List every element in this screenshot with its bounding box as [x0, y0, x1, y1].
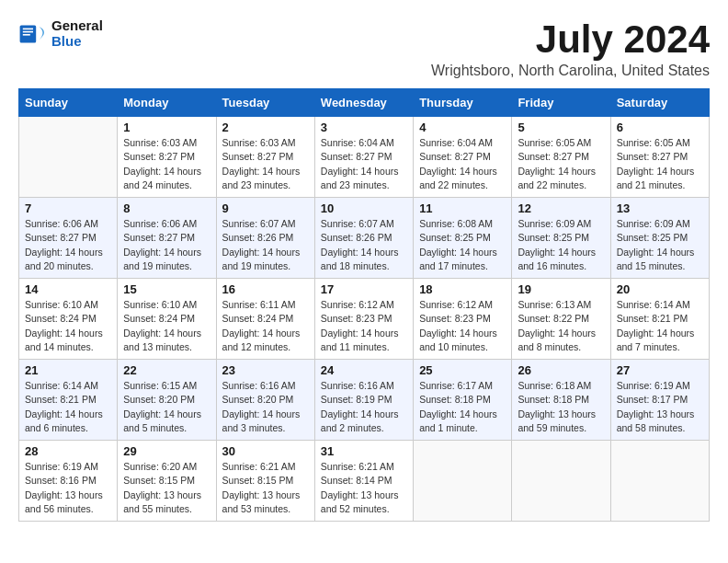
day-info: Sunrise: 6:14 AMSunset: 8:21 PMDaylight:… [617, 298, 703, 354]
calendar-day-cell: 20Sunrise: 6:14 AMSunset: 8:21 PMDayligh… [610, 279, 709, 360]
day-info: Sunrise: 6:10 AMSunset: 8:24 PMDaylight:… [123, 298, 210, 354]
day-info: Sunrise: 6:09 AMSunset: 8:25 PMDaylight:… [518, 217, 604, 273]
day-number: 23 [222, 363, 309, 377]
day-number: 21 [25, 363, 111, 377]
calendar-day-cell: 29Sunrise: 6:20 AMSunset: 8:15 PMDayligh… [118, 441, 216, 522]
calendar-day-cell: 3Sunrise: 6:04 AMSunset: 8:27 PMDaylight… [314, 117, 413, 198]
calendar-day-cell: 15Sunrise: 6:10 AMSunset: 8:24 PMDayligh… [118, 279, 216, 360]
calendar-day-cell: 16Sunrise: 6:11 AMSunset: 8:24 PMDayligh… [216, 279, 314, 360]
day-number: 26 [518, 363, 604, 377]
day-info: Sunrise: 6:03 AMSunset: 8:27 PMDaylight:… [222, 136, 309, 192]
svg-rect-3 [23, 34, 30, 36]
calendar-day-cell: 6Sunrise: 6:05 AMSunset: 8:27 PMDaylight… [610, 117, 709, 198]
day-info: Sunrise: 6:06 AMSunset: 8:27 PMDaylight:… [123, 217, 210, 273]
day-info: Sunrise: 6:06 AMSunset: 8:27 PMDaylight:… [25, 217, 111, 273]
location-title: Wrightsboro, North Carolina, United Stat… [431, 63, 710, 79]
calendar-header-tuesday: Tuesday [216, 89, 314, 117]
day-number: 15 [123, 282, 210, 296]
day-number: 6 [617, 121, 703, 134]
logo-text-line2: Blue [51, 34, 103, 50]
calendar-week-row: 21Sunrise: 6:14 AMSunset: 8:21 PMDayligh… [19, 360, 710, 441]
calendar-day-cell: 19Sunrise: 6:13 AMSunset: 8:22 PMDayligh… [512, 279, 610, 360]
day-number: 13 [617, 201, 703, 215]
day-number: 4 [419, 121, 506, 134]
day-number: 14 [25, 282, 111, 296]
day-number: 7 [25, 201, 111, 215]
day-info: Sunrise: 6:21 AMSunset: 8:14 PMDaylight:… [321, 460, 407, 516]
day-info: Sunrise: 6:15 AMSunset: 8:20 PMDaylight:… [123, 379, 210, 435]
calendar-day-cell: 22Sunrise: 6:15 AMSunset: 8:20 PMDayligh… [118, 360, 216, 441]
calendar-day-cell: 7Sunrise: 6:06 AMSunset: 8:27 PMDaylight… [19, 198, 118, 279]
calendar-day-cell: 11Sunrise: 6:08 AMSunset: 8:25 PMDayligh… [414, 198, 512, 279]
day-info: Sunrise: 6:19 AMSunset: 8:17 PMDaylight:… [617, 379, 703, 435]
day-info: Sunrise: 6:14 AMSunset: 8:21 PMDaylight:… [25, 379, 111, 435]
day-info: Sunrise: 6:04 AMSunset: 8:27 PMDaylight:… [321, 136, 407, 192]
day-info: Sunrise: 6:17 AMSunset: 8:18 PMDaylight:… [419, 379, 506, 435]
calendar-day-cell: 10Sunrise: 6:07 AMSunset: 8:26 PMDayligh… [314, 198, 413, 279]
day-number: 19 [518, 282, 604, 296]
day-info: Sunrise: 6:04 AMSunset: 8:27 PMDaylight:… [419, 136, 506, 192]
calendar-day-cell: 28Sunrise: 6:19 AMSunset: 8:16 PMDayligh… [19, 441, 118, 522]
day-number: 25 [419, 363, 506, 377]
day-number: 9 [222, 201, 309, 215]
day-number: 20 [617, 282, 703, 296]
calendar-day-cell [414, 441, 512, 522]
day-info: Sunrise: 6:08 AMSunset: 8:25 PMDaylight:… [419, 217, 506, 273]
day-number: 17 [321, 282, 407, 296]
calendar-header-sunday: Sunday [19, 89, 118, 117]
calendar-day-cell: 2Sunrise: 6:03 AMSunset: 8:27 PMDaylight… [216, 117, 314, 198]
day-info: Sunrise: 6:03 AMSunset: 8:27 PMDaylight:… [123, 136, 210, 192]
month-title: July 2024 [431, 18, 710, 61]
day-number: 30 [222, 444, 309, 458]
calendar-day-cell: 9Sunrise: 6:07 AMSunset: 8:26 PMDaylight… [216, 198, 314, 279]
calendar-day-cell: 5Sunrise: 6:05 AMSunset: 8:27 PMDaylight… [512, 117, 610, 198]
day-number: 2 [222, 121, 309, 134]
calendar-day-cell: 27Sunrise: 6:19 AMSunset: 8:17 PMDayligh… [610, 360, 709, 441]
day-info: Sunrise: 6:10 AMSunset: 8:24 PMDaylight:… [25, 298, 111, 354]
calendar-day-cell [610, 441, 709, 522]
calendar-day-cell [19, 117, 118, 198]
calendar-table: SundayMondayTuesdayWednesdayThursdayFrid… [18, 88, 710, 522]
calendar-week-row: 7Sunrise: 6:06 AMSunset: 8:27 PMDaylight… [19, 198, 710, 279]
day-number: 16 [222, 282, 309, 296]
calendar-day-cell: 30Sunrise: 6:21 AMSunset: 8:15 PMDayligh… [216, 441, 314, 522]
calendar-day-cell: 4Sunrise: 6:04 AMSunset: 8:27 PMDaylight… [414, 117, 512, 198]
calendar-week-row: 1Sunrise: 6:03 AMSunset: 8:27 PMDaylight… [19, 117, 710, 198]
calendar-day-cell: 21Sunrise: 6:14 AMSunset: 8:21 PMDayligh… [19, 360, 118, 441]
day-number: 27 [617, 363, 703, 377]
calendar-day-cell: 24Sunrise: 6:16 AMSunset: 8:19 PMDayligh… [314, 360, 413, 441]
day-info: Sunrise: 6:16 AMSunset: 8:19 PMDaylight:… [321, 379, 407, 435]
day-number: 22 [123, 363, 210, 377]
svg-rect-2 [23, 30, 33, 32]
day-info: Sunrise: 6:13 AMSunset: 8:22 PMDaylight:… [518, 298, 604, 354]
calendar-day-cell: 14Sunrise: 6:10 AMSunset: 8:24 PMDayligh… [19, 279, 118, 360]
day-number: 1 [123, 121, 210, 134]
day-info: Sunrise: 6:11 AMSunset: 8:24 PMDaylight:… [222, 298, 309, 354]
day-number: 29 [123, 444, 210, 458]
day-info: Sunrise: 6:09 AMSunset: 8:25 PMDaylight:… [617, 217, 703, 273]
day-number: 10 [321, 201, 407, 215]
day-number: 5 [518, 121, 604, 134]
calendar-day-cell: 12Sunrise: 6:09 AMSunset: 8:25 PMDayligh… [512, 198, 610, 279]
logo-text-line1: General [51, 18, 103, 34]
day-info: Sunrise: 6:05 AMSunset: 8:27 PMDaylight:… [617, 136, 703, 192]
day-number: 31 [321, 444, 407, 458]
calendar-day-cell: 18Sunrise: 6:12 AMSunset: 8:23 PMDayligh… [414, 279, 512, 360]
day-number: 8 [123, 201, 210, 215]
day-info: Sunrise: 6:07 AMSunset: 8:26 PMDaylight:… [321, 217, 407, 273]
calendar-week-row: 14Sunrise: 6:10 AMSunset: 8:24 PMDayligh… [19, 279, 710, 360]
day-info: Sunrise: 6:18 AMSunset: 8:18 PMDaylight:… [518, 379, 604, 435]
day-info: Sunrise: 6:21 AMSunset: 8:15 PMDaylight:… [222, 460, 309, 516]
day-info: Sunrise: 6:12 AMSunset: 8:23 PMDaylight:… [419, 298, 506, 354]
title-area: July 2024 Wrightsboro, North Carolina, U… [431, 18, 710, 79]
calendar-day-cell: 17Sunrise: 6:12 AMSunset: 8:23 PMDayligh… [314, 279, 413, 360]
calendar-header-wednesday: Wednesday [314, 89, 413, 117]
day-info: Sunrise: 6:07 AMSunset: 8:26 PMDaylight:… [222, 217, 309, 273]
calendar-day-cell: 25Sunrise: 6:17 AMSunset: 8:18 PMDayligh… [414, 360, 512, 441]
calendar-week-row: 28Sunrise: 6:19 AMSunset: 8:16 PMDayligh… [19, 441, 710, 522]
calendar-header-friday: Friday [512, 89, 610, 117]
day-number: 12 [518, 201, 604, 215]
calendar-day-cell: 13Sunrise: 6:09 AMSunset: 8:25 PMDayligh… [610, 198, 709, 279]
calendar-header-thursday: Thursday [414, 89, 512, 117]
header: General Blue July 2024 Wrightsboro, Nort… [18, 18, 710, 79]
